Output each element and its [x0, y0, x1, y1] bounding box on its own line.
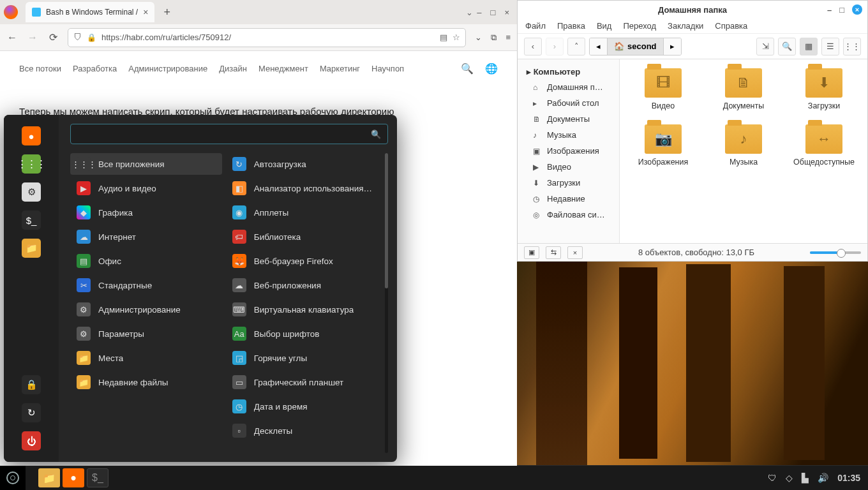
folder-item[interactable]: ↔Общедоступные: [786, 124, 862, 167]
close-tab-icon[interactable]: ×: [143, 7, 148, 17]
toggle-location-button[interactable]: ⇲: [756, 38, 774, 56]
maximize-icon[interactable]: □: [839, 5, 844, 15]
minimize-icon[interactable]: –: [477, 8, 481, 17]
favorite-settings[interactable]: ⚙: [22, 182, 41, 202]
search-input[interactable]: [77, 130, 366, 139]
sidebar-item[interactable]: ⬇Загрузки: [518, 175, 619, 191]
folder-item[interactable]: 🗎Документы: [705, 68, 782, 110]
zoom-slider[interactable]: [810, 251, 861, 254]
tray-volume-icon[interactable]: 🔊: [818, 473, 828, 483]
close-icon[interactable]: ×: [504, 8, 509, 17]
url-bar[interactable]: ⛉ 🔒 https://habr.com/ru/articles/750912/…: [68, 28, 466, 47]
tray-shield-icon[interactable]: ◇: [786, 473, 793, 483]
close-icon[interactable]: ×: [852, 4, 862, 15]
folder-grid[interactable]: 🎞Видео🗎Документы⬇Загрузки📷Изображения♪Му…: [620, 59, 867, 243]
nav-link[interactable]: Маркетинг: [320, 64, 360, 73]
category-item[interactable]: ✂Стандартные: [70, 274, 222, 296]
list-view-button[interactable]: ☰: [821, 38, 839, 56]
forward-button[interactable]: →: [27, 32, 38, 43]
menu-item[interactable]: Правка: [557, 21, 585, 31]
folder-item[interactable]: ♪Музыка: [705, 124, 782, 167]
favorite-files[interactable]: 📁: [22, 239, 41, 258]
session-logout[interactable]: ↻: [22, 403, 41, 422]
browser-tab[interactable]: Bash в Windows Terminal / ×: [26, 2, 154, 22]
nav-link[interactable]: Все потоки: [19, 64, 61, 73]
path-prev[interactable]: ◂: [590, 38, 608, 55]
search-icon[interactable]: 🔍: [461, 63, 474, 75]
path-bar[interactable]: ◂ 🏠second ▸: [589, 38, 682, 56]
nav-link[interactable]: Разработка: [73, 64, 117, 73]
nav-link[interactable]: Научпоп: [371, 64, 404, 73]
sidebar-item[interactable]: ◷Недавние: [518, 191, 619, 207]
places-button[interactable]: ▣: [524, 246, 539, 259]
up-button[interactable]: ˄: [567, 38, 585, 56]
tabs-dropdown-icon[interactable]: ⌄: [466, 8, 473, 17]
new-tab-button[interactable]: +: [158, 6, 176, 19]
sidebar-item[interactable]: ▸Рабочий стол: [518, 95, 619, 111]
extensions-icon[interactable]: ⧉: [491, 33, 497, 43]
scrollbar[interactable]: [385, 153, 388, 453]
category-item[interactable]: ⚙Параметры: [70, 323, 222, 345]
window-titlebar[interactable]: Домашняя папка – □ ×: [518, 1, 867, 19]
minimize-icon[interactable]: –: [827, 5, 832, 15]
bookmark-star-icon[interactable]: ☆: [453, 33, 460, 42]
app-item[interactable]: ◲Горячие углы: [226, 347, 378, 369]
app-item[interactable]: 🦊Веб-браузер Firefox: [226, 250, 378, 272]
sidebar-item[interactable]: ◎Файловая си…: [518, 207, 619, 223]
category-item[interactable]: 📁Недавние файлы: [70, 371, 222, 393]
app-item[interactable]: ◷Дата и время: [226, 396, 378, 417]
forward-button[interactable]: ›: [546, 38, 564, 56]
sidebar-item[interactable]: ⌂Домашняя п…: [518, 79, 619, 95]
path-next[interactable]: ▸: [664, 38, 681, 55]
category-item[interactable]: ☁Интернет: [70, 226, 222, 248]
category-item[interactable]: ◆Графика: [70, 202, 222, 223]
icon-view-button[interactable]: ▦: [800, 38, 818, 56]
nav-link[interactable]: Администрирование: [128, 64, 207, 73]
app-item[interactable]: АаВыбор шрифтов: [226, 323, 378, 345]
taskbar-files-icon[interactable]: 📁: [38, 468, 60, 487]
path-segment[interactable]: 🏠second: [608, 38, 664, 55]
back-button[interactable]: ←: [6, 32, 18, 43]
search-button[interactable]: 🔍: [778, 38, 796, 56]
lock-icon[interactable]: 🔒: [87, 33, 96, 42]
app-item[interactable]: ☁Веб-приложения: [226, 274, 378, 296]
language-icon[interactable]: 🌐: [485, 63, 498, 75]
menu-search[interactable]: 🔍: [70, 124, 388, 144]
app-item[interactable]: ⌨Виртуальная клавиатура: [226, 299, 378, 320]
sidebar-item[interactable]: ▶Видео: [518, 159, 619, 175]
folder-item[interactable]: 📷Изображения: [625, 124, 701, 167]
reload-button[interactable]: ⟳: [47, 31, 59, 43]
clock[interactable]: 01:35: [837, 473, 860, 483]
menu-item[interactable]: Справка: [715, 21, 747, 31]
compact-view-button[interactable]: ⋮⋮: [843, 38, 861, 56]
session-power[interactable]: ⏻: [22, 431, 41, 450]
start-menu-button[interactable]: [0, 466, 26, 490]
folder-item[interactable]: ⬇Загрузки: [786, 68, 862, 110]
tree-button[interactable]: ⇆: [546, 246, 561, 259]
folder-item[interactable]: 🎞Видео: [625, 68, 701, 110]
category-item[interactable]: ▤Офис: [70, 250, 222, 272]
app-item[interactable]: ▫Десклеты: [226, 420, 378, 442]
app-item[interactable]: ↻Автозагрузка: [226, 153, 378, 175]
close-sidebar-button[interactable]: ×: [567, 246, 583, 259]
favorite-firefox[interactable]: ●: [22, 126, 41, 145]
maximize-icon[interactable]: □: [491, 8, 496, 17]
nav-link[interactable]: Дизайн: [219, 64, 247, 73]
hamburger-menu-icon[interactable]: ≡: [505, 33, 511, 42]
pocket-icon[interactable]: ⌄: [475, 33, 482, 42]
sidebar-item[interactable]: ♪Музыка: [518, 127, 619, 143]
sidebar-item[interactable]: ▣Изображения: [518, 143, 619, 159]
favorite-software[interactable]: ⋮⋮⋮: [22, 154, 41, 174]
shield-icon[interactable]: ⛉: [73, 33, 82, 42]
app-item[interactable]: 🏷Библиотека: [226, 226, 378, 248]
menu-item[interactable]: Закладки: [668, 21, 703, 31]
tray-update-icon[interactable]: 🛡: [768, 473, 777, 483]
session-lock[interactable]: 🔒: [22, 375, 41, 394]
nav-link[interactable]: Менеджмент: [258, 64, 308, 73]
menu-item[interactable]: Вид: [597, 21, 612, 31]
app-item[interactable]: ◉Апплеты: [226, 202, 378, 223]
sidebar-item[interactable]: 🗎Документы: [518, 111, 619, 127]
category-item[interactable]: ⚙Администрирование: [70, 299, 222, 320]
app-item[interactable]: ◧Анализатор использования…: [226, 177, 378, 199]
tray-network-icon[interactable]: ▙: [802, 473, 809, 483]
